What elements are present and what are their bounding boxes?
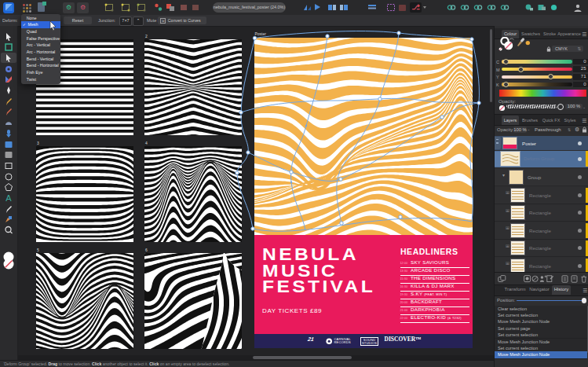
- svg-text:A: A: [5, 193, 12, 203]
